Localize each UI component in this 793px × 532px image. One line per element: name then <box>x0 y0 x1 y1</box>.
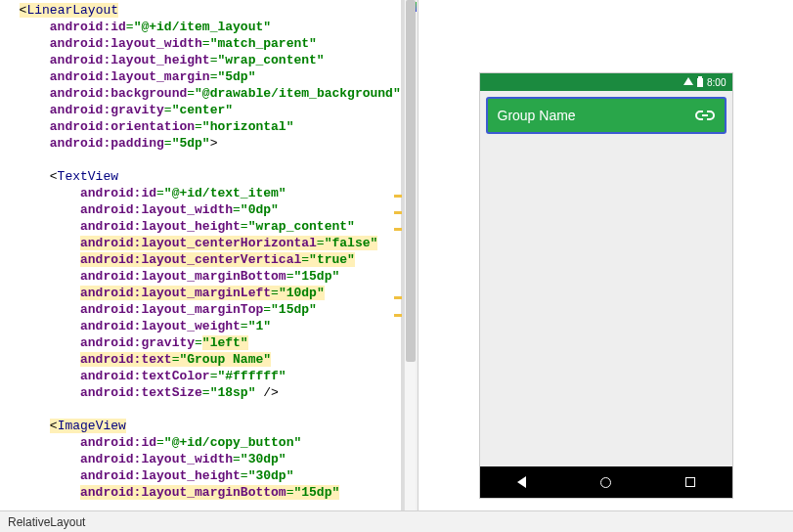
warning-stripe[interactable] <box>394 211 402 214</box>
code-line[interactable] <box>4 152 401 168</box>
code-line[interactable]: android:id="@+id/text_item" <box>4 185 401 201</box>
code-line[interactable]: android:gravity="center" <box>4 102 401 118</box>
scrollbar-thumb[interactable] <box>406 0 416 362</box>
code-line[interactable]: android:layout_height="30dp" <box>4 467 401 484</box>
code-line[interactable]: android:layout_marginBottom="15dp" <box>4 268 401 285</box>
code-line[interactable]: android:layout_marginLeft="10dp" <box>4 285 401 301</box>
battery-icon <box>697 78 703 87</box>
code-line[interactable]: android:gravity="left" <box>4 334 401 351</box>
device-frame: 8:00 Group Name <box>479 72 733 499</box>
code-line[interactable]: android:layout_marginBottom="15dp" <box>4 484 401 501</box>
clock-text: 8:00 <box>707 77 726 88</box>
editor-scrollbar[interactable] <box>404 0 416 510</box>
code-line[interactable]: android:text="Group Name" <box>4 351 401 368</box>
nav-home-icon[interactable] <box>600 477 611 488</box>
code-line[interactable]: android:id="@+id/item_layout" <box>4 19 401 35</box>
code-line[interactable]: android:layout_margin="5dp" <box>4 68 401 85</box>
status-bar: RelativeLayout <box>0 510 793 532</box>
code-line[interactable]: android:background="@drawable/item_backg… <box>4 85 401 102</box>
code-line[interactable]: android:layout_weight="1" <box>4 318 401 334</box>
code-line[interactable]: <LinearLayout <box>4 2 401 19</box>
code-line[interactable]: android:textSize="18sp" /> <box>4 384 401 401</box>
code-line[interactable]: <TextView <box>4 168 401 185</box>
code-line[interactable]: android:layout_height="wrap_content" <box>4 218 401 235</box>
code-line[interactable]: <ImageView <box>4 418 401 434</box>
code-line[interactable]: android:layout_centerHorizontal="false" <box>4 235 401 251</box>
code-line[interactable]: android:layout_height="wrap_content" <box>4 52 401 68</box>
xml-editor[interactable]: <LinearLayout android:id="@+id/item_layo… <box>0 0 401 510</box>
code-line[interactable]: android:padding="5dp"> <box>4 135 401 152</box>
group-card[interactable]: Group Name <box>486 97 727 134</box>
warning-stripe[interactable] <box>394 314 402 317</box>
device-navbar <box>480 466 732 498</box>
warning-stripe[interactable] <box>394 195 402 198</box>
code-line[interactable]: android:layout_width="0dp" <box>4 201 401 218</box>
code-line[interactable]: android:layout_width="30dp" <box>4 451 401 467</box>
code-line[interactable]: android:orientation="horizontal" <box>4 118 401 135</box>
nav-back-icon[interactable] <box>517 476 526 488</box>
code-line[interactable] <box>4 401 401 418</box>
code-line[interactable]: android:textColor="#ffffff" <box>4 368 401 384</box>
layout-preview[interactable]: 8:00 Group Name <box>419 0 793 510</box>
wifi-icon <box>683 77 693 85</box>
breadcrumb: RelativeLayout <box>8 515 85 529</box>
code-line[interactable]: android:layout_width="match_parent" <box>4 35 401 52</box>
device-content: Group Name <box>480 91 732 466</box>
warning-stripe[interactable] <box>394 296 402 299</box>
code-line[interactable]: android:id="@+id/copy_button" <box>4 434 401 451</box>
device-statusbar: 8:00 <box>480 73 732 91</box>
code-line[interactable]: android:layout_centerVertical="true" <box>4 251 401 268</box>
nav-recent-icon[interactable] <box>685 477 695 487</box>
link-icon <box>695 110 715 121</box>
warning-stripe[interactable] <box>394 228 402 231</box>
group-name-label: Group Name <box>498 108 576 123</box>
code-line[interactable]: android:layout_marginTop="15dp" <box>4 301 401 318</box>
